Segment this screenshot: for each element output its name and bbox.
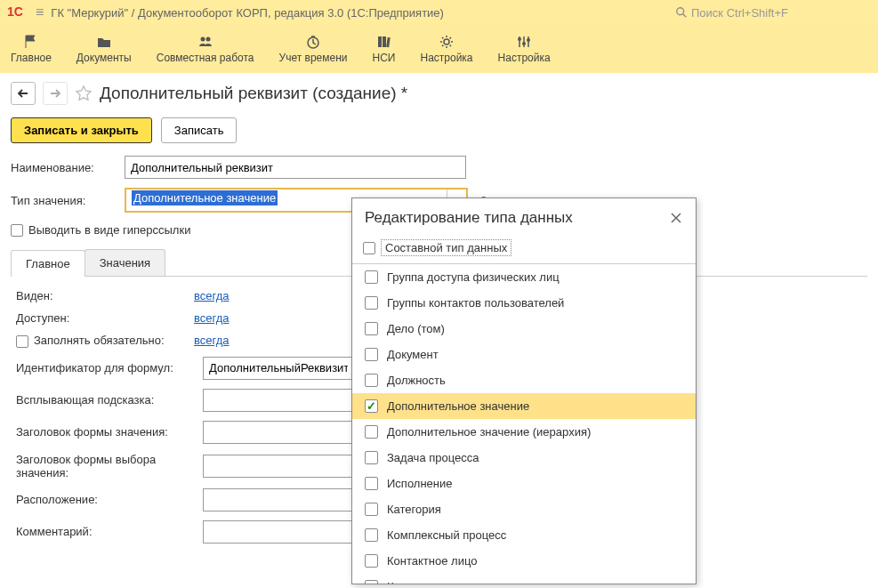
svg-point-8 xyxy=(444,39,449,44)
hamburger-icon[interactable]: ≡ xyxy=(36,4,44,20)
search-icon xyxy=(675,6,688,19)
list-item-label: Категория xyxy=(387,503,441,516)
checkbox-icon[interactable] xyxy=(365,580,378,584)
people-icon xyxy=(197,34,213,50)
toolbar-item-settings2[interactable]: Настройка xyxy=(498,34,551,64)
toolbar-item-time[interactable]: Учет времени xyxy=(279,34,348,64)
flag-icon xyxy=(23,34,39,50)
checkbox-icon[interactable] xyxy=(365,270,378,284)
name-input[interactable] xyxy=(125,156,466,179)
list-item[interactable]: Контактное лицо xyxy=(352,548,696,574)
compound-type-checkbox[interactable] xyxy=(363,242,375,254)
type-editor-popup: Редактирование типа данных Составной тип… xyxy=(351,197,697,584)
placement-input[interactable] xyxy=(203,488,354,511)
list-item[interactable]: Категория xyxy=(352,496,696,522)
nav-forward-button[interactable] xyxy=(43,82,68,105)
required-label: Заполнять обязательно: xyxy=(16,334,194,348)
window-title: ГК "Меркурий" / Документооборот КОРП, ре… xyxy=(51,6,668,20)
toolbar-item-nsi[interactable]: НСИ xyxy=(373,34,396,64)
list-item[interactable]: Дополнительное значение (иерархия) xyxy=(352,419,696,445)
save-button[interactable]: Записать xyxy=(161,117,238,143)
action-bar: Записать и закрыть Записать xyxy=(0,114,878,156)
list-item[interactable]: Документ xyxy=(352,342,696,367)
list-item[interactable]: Дополнительное значение xyxy=(352,393,696,419)
svg-rect-6 xyxy=(383,36,386,47)
favorite-star-icon[interactable] xyxy=(75,85,93,102)
tooltip-input[interactable] xyxy=(203,389,354,412)
list-item[interactable]: Комплексный процесс xyxy=(352,522,696,548)
tooltip-label: Всплывающая подсказка: xyxy=(16,393,203,407)
available-link[interactable]: всегда xyxy=(194,311,229,325)
toolbar-label: Учет времени xyxy=(279,52,348,64)
svg-rect-7 xyxy=(387,37,391,47)
checkbox-icon[interactable] xyxy=(365,528,378,542)
list-item[interactable]: Контрагент xyxy=(352,574,696,584)
checkbox-icon[interactable] xyxy=(365,477,378,490)
list-item-label: Задача процесса xyxy=(387,451,479,464)
list-item[interactable]: Исполнение xyxy=(352,471,696,496)
list-item-label: Дополнительное значение xyxy=(387,399,529,413)
list-item[interactable]: Группы контактов пользователей xyxy=(352,290,696,316)
required-link[interactable]: всегда xyxy=(194,334,229,347)
save-close-button[interactable]: Записать и закрыть xyxy=(11,117,152,143)
toolbar-item-main[interactable]: Главное xyxy=(11,34,52,64)
visible-link[interactable]: всегда xyxy=(194,289,229,302)
title-bar: 1С ≡ ГК "Меркурий" / Документооборот КОР… xyxy=(0,0,878,25)
toolbar-item-settings1[interactable]: Настройка xyxy=(420,34,472,64)
formula-id-label: Идентификатор для формул: xyxy=(16,361,203,375)
checkbox-icon[interactable] xyxy=(365,296,378,310)
list-item[interactable]: Дело (том) xyxy=(352,316,696,342)
value-form-title-input[interactable] xyxy=(203,421,354,444)
list-item-label: Должность xyxy=(387,374,446,387)
books-icon xyxy=(375,34,391,50)
checkbox-icon[interactable] xyxy=(365,554,378,568)
value-form-title-label: Заголовок формы значения: xyxy=(16,425,203,439)
toolbar-label: Совместная работа xyxy=(157,52,254,64)
close-icon[interactable] xyxy=(669,211,683,225)
list-item-label: Дополнительное значение (иерархия) xyxy=(387,425,591,439)
nav-back-button[interactable] xyxy=(11,82,36,105)
toolbar-item-collab[interactable]: Совместная работа xyxy=(157,34,254,64)
checkbox-icon[interactable] xyxy=(365,322,378,335)
toolbar-label: Настройка xyxy=(420,52,472,64)
checkbox-icon[interactable] xyxy=(365,348,378,361)
checkbox-icon[interactable] xyxy=(365,503,378,516)
search-box[interactable]: Поиск Ctrl+Shift+F xyxy=(675,6,871,20)
list-item[interactable]: Группа доступа физических лиц xyxy=(352,264,696,290)
list-item-label: Группы контактов пользователей xyxy=(387,296,564,310)
type-list[interactable]: Группа доступа физических лицГруппы конт… xyxy=(352,263,696,584)
checkbox-icon[interactable] xyxy=(365,399,378,413)
list-item-label: Группа доступа физических лиц xyxy=(387,270,560,284)
choice-form-title-input[interactable] xyxy=(203,455,354,478)
available-label: Доступен: xyxy=(16,311,194,325)
search-placeholder: Поиск Ctrl+Shift+F xyxy=(691,6,788,20)
list-item-label: Контактное лицо xyxy=(387,554,477,568)
checkbox-icon[interactable] xyxy=(365,425,378,439)
name-label: Наименование: xyxy=(11,161,117,174)
visible-label: Виден: xyxy=(16,289,194,302)
toolbar-label: Настройка xyxy=(498,52,551,64)
list-item[interactable]: Задача процесса xyxy=(352,445,696,471)
hyperlink-label: Выводить в виде гиперссылки xyxy=(28,223,190,237)
toolbar-item-documents[interactable]: Документы xyxy=(77,34,132,64)
compound-type-label: Составной тип данных xyxy=(381,239,511,256)
list-item[interactable]: Должность xyxy=(352,367,696,393)
tab-main[interactable]: Главное xyxy=(11,250,85,277)
list-item-label: Комплексный процесс xyxy=(387,528,506,542)
gear-icon xyxy=(439,34,455,50)
arrow-left-icon xyxy=(17,88,29,99)
clock-icon xyxy=(305,34,321,50)
tab-values[interactable]: Значения xyxy=(85,249,165,276)
svg-point-3 xyxy=(205,37,210,42)
hyperlink-checkbox[interactable] xyxy=(11,224,23,237)
toolbar-label: Главное xyxy=(11,52,52,64)
svg-rect-5 xyxy=(378,36,382,47)
required-checkbox[interactable] xyxy=(16,335,28,348)
svg-point-10 xyxy=(522,42,526,45)
checkbox-icon[interactable] xyxy=(365,374,378,387)
checkbox-icon[interactable] xyxy=(365,451,378,464)
formula-id-input[interactable] xyxy=(203,357,354,380)
arrow-right-icon xyxy=(49,88,61,99)
comment-input[interactable] xyxy=(203,520,354,544)
page-title: Дополнительный реквизит (создание) * xyxy=(100,84,407,103)
